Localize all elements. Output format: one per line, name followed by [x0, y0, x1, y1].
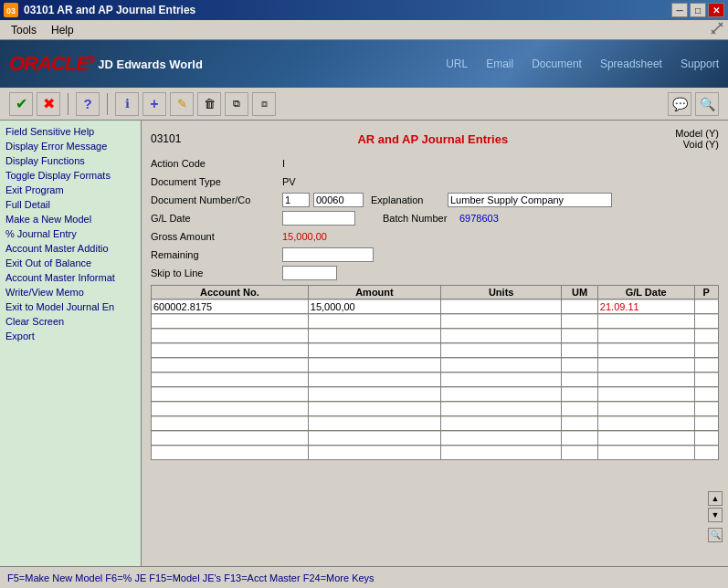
gldate-input-3[interactable] — [598, 344, 694, 357]
nav-url[interactable]: URL — [446, 58, 468, 70]
account-input-9[interactable] — [152, 432, 308, 445]
p-input-0[interactable] — [695, 300, 718, 313]
units-input-3[interactable] — [441, 344, 561, 357]
amount-input-0[interactable] — [309, 300, 440, 313]
sidebar-item-toggle-display-formats[interactable]: Toggle Display Formats — [0, 168, 141, 183]
sidebar-item-field-sensitive-help[interactable]: Field Sensitive Help — [0, 124, 141, 139]
sidebar-item-exit-program[interactable]: Exit Program — [0, 183, 141, 197]
amount-input-1[interactable] — [309, 315, 440, 328]
sidebar-item-display-functions[interactable]: Display Functions — [0, 153, 141, 168]
um-input-0[interactable] — [562, 300, 597, 313]
sidebar-item-clear-screen[interactable]: Clear Screen — [0, 314, 141, 329]
paste-button[interactable]: ⧈ — [252, 92, 276, 116]
nav-email[interactable]: Email — [486, 58, 513, 70]
amount-input-8[interactable] — [309, 417, 440, 430]
chat-button[interactable]: 💬 — [668, 92, 691, 116]
help-button[interactable]: ? — [76, 92, 100, 116]
doc-company-input[interactable] — [313, 193, 364, 207]
nav-spreadsheet[interactable]: Spreadsheet — [600, 58, 662, 70]
delete-button[interactable]: 🗑 — [197, 92, 221, 116]
units-input-8[interactable] — [441, 417, 561, 430]
p-input-8[interactable] — [695, 417, 718, 430]
sidebar-item-write-view-memo[interactable]: Write/View Memo — [0, 285, 141, 299]
account-input-10[interactable] — [152, 446, 308, 459]
gldate-input-2[interactable] — [598, 330, 694, 342]
amount-input-5[interactable] — [309, 373, 440, 386]
um-input-5[interactable] — [562, 373, 597, 386]
p-input-5[interactable] — [695, 373, 718, 386]
sidebar-item-exit-to-model-journal-en[interactable]: Exit to Model Journal En — [0, 299, 141, 314]
account-input-5[interactable] — [152, 373, 308, 386]
add-button[interactable]: + — [142, 92, 166, 116]
skip-to-line-input[interactable] — [282, 266, 337, 280]
sidebar-item-make-new-model[interactable]: Make a New Model — [0, 212, 141, 226]
p-input-10[interactable] — [695, 446, 718, 459]
account-input-3[interactable] — [152, 344, 308, 357]
info-button[interactable]: ℹ — [115, 92, 139, 116]
gldate-input-5[interactable] — [598, 373, 694, 386]
account-input-1[interactable] — [152, 315, 308, 328]
units-input-2[interactable] — [441, 330, 561, 342]
um-input-10[interactable] — [562, 446, 597, 459]
gl-date-input[interactable] — [282, 211, 355, 226]
zoom-in-button[interactable]: 🔍 — [708, 528, 723, 542]
amount-input-10[interactable] — [309, 446, 440, 459]
amount-input-2[interactable] — [309, 330, 440, 342]
p-input-7[interactable] — [695, 403, 718, 415]
um-input-6[interactable] — [562, 388, 597, 401]
search-button[interactable]: 🔍 — [695, 92, 719, 116]
p-input-1[interactable] — [695, 315, 718, 328]
gldate-input-1[interactable] — [598, 315, 694, 328]
scroll-down-button[interactable]: ▼ — [708, 508, 723, 522]
remaining-input[interactable] — [282, 247, 374, 262]
amount-input-3[interactable] — [309, 344, 440, 357]
ok-button[interactable]: ✔ — [9, 92, 33, 116]
minimize-button[interactable]: ─ — [671, 3, 688, 17]
p-input-4[interactable] — [695, 359, 718, 372]
p-input-6[interactable] — [695, 388, 718, 401]
nav-support[interactable]: Support — [681, 58, 719, 70]
units-input-0[interactable] — [441, 300, 561, 313]
account-input-2[interactable] — [152, 330, 308, 342]
units-input-5[interactable] — [441, 373, 561, 386]
copy-button[interactable]: ⧉ — [225, 92, 248, 116]
sidebar-item-export[interactable]: Export — [0, 329, 141, 343]
sidebar-item-full-detail[interactable]: Full Detail — [0, 197, 141, 212]
um-input-3[interactable] — [562, 344, 597, 357]
p-input-3[interactable] — [695, 344, 718, 357]
gldate-input-7[interactable] — [598, 403, 694, 415]
explanation-input[interactable] — [448, 193, 612, 207]
menu-tools[interactable]: Tools — [4, 22, 44, 38]
account-input-7[interactable] — [152, 403, 308, 415]
scroll-up-button[interactable]: ▲ — [708, 491, 723, 506]
gldate-input-4[interactable] — [598, 359, 694, 372]
units-input-4[interactable] — [441, 359, 561, 372]
units-input-9[interactable] — [441, 432, 561, 445]
um-input-8[interactable] — [562, 417, 597, 430]
account-input-0[interactable] — [152, 300, 308, 313]
amount-input-9[interactable] — [309, 432, 440, 445]
sidebar-item-pct-journal-entry[interactable]: % Journal Entry — [0, 226, 141, 241]
um-input-1[interactable] — [562, 315, 597, 328]
cancel-button[interactable]: ✖ — [37, 92, 60, 116]
um-input-2[interactable] — [562, 330, 597, 342]
sidebar-item-display-error-message[interactable]: Display Error Message — [0, 139, 141, 153]
amount-input-6[interactable] — [309, 388, 440, 401]
doc-number-input[interactable] — [282, 193, 310, 207]
gldate-input-0[interactable] — [598, 300, 694, 313]
menu-help[interactable]: Help — [44, 22, 81, 38]
um-input-4[interactable] — [562, 359, 597, 372]
account-input-4[interactable] — [152, 359, 308, 372]
amount-input-4[interactable] — [309, 359, 440, 372]
close-button[interactable]: ✕ — [708, 3, 724, 17]
gldate-input-9[interactable] — [598, 432, 694, 445]
sidebar-item-exit-out-of-balance[interactable]: Exit Out of Balance — [0, 256, 141, 270]
p-input-9[interactable] — [695, 432, 718, 445]
gldate-input-6[interactable] — [598, 388, 694, 401]
amount-input-7[interactable] — [309, 403, 440, 415]
edit-button[interactable]: ✎ — [170, 92, 194, 116]
um-input-9[interactable] — [562, 432, 597, 445]
um-input-7[interactable] — [562, 403, 597, 415]
gldate-input-8[interactable] — [598, 417, 694, 430]
units-input-6[interactable] — [441, 388, 561, 401]
